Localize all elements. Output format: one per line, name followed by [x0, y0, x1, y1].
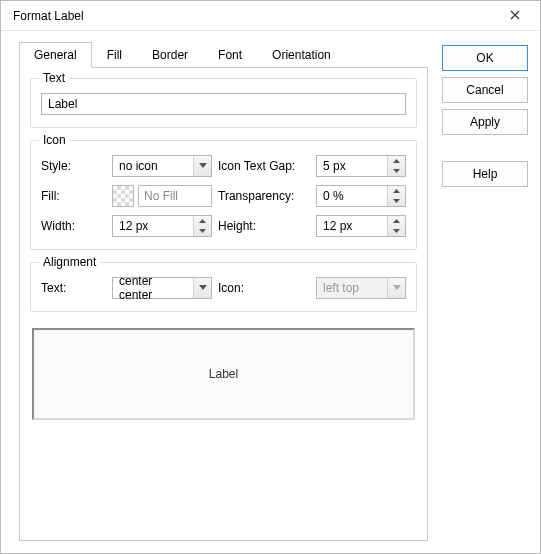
text-input[interactable]: [41, 93, 406, 115]
tab-panel-general: Text Icon Style: no icon Icon Text Gap: …: [19, 68, 428, 541]
close-button[interactable]: [500, 1, 530, 31]
tab-general[interactable]: General: [19, 42, 92, 68]
main-column: General Fill Border Font Orientation Tex…: [13, 41, 428, 541]
fill-display[interactable]: No Fill: [138, 185, 212, 207]
group-text-legend: Text: [39, 71, 69, 85]
align-icon-value: left top: [317, 281, 387, 295]
gap-spinner-value: 5 px: [317, 159, 387, 173]
chevron-down-icon: [193, 278, 211, 298]
chevron-down-icon: [193, 156, 211, 176]
group-text: Text: [30, 78, 417, 128]
apply-button[interactable]: Apply: [442, 109, 528, 135]
tab-border[interactable]: Border: [137, 42, 203, 68]
transparency-spinner[interactable]: 0 %: [316, 185, 406, 207]
gap-spinner[interactable]: 5 px: [316, 155, 406, 177]
fill-swatch[interactable]: [112, 185, 134, 207]
chevron-down-icon: [387, 278, 405, 298]
tab-bar: General Fill Border Font Orientation: [19, 41, 428, 68]
titlebar: Format Label: [1, 1, 540, 31]
spinner-arrows-icon: [387, 186, 405, 206]
width-spinner[interactable]: 12 px: [112, 215, 212, 237]
spinner-arrows-icon: [193, 216, 211, 236]
close-icon: [510, 9, 520, 23]
dialog-title: Format Label: [13, 9, 84, 23]
height-spinner-value: 12 px: [317, 219, 387, 233]
align-icon-combo: left top: [316, 277, 406, 299]
height-spinner[interactable]: 12 px: [316, 215, 406, 237]
width-label: Width:: [41, 219, 106, 233]
help-button[interactable]: Help: [442, 161, 528, 187]
group-icon: Icon Style: no icon Icon Text Gap: 5 px: [30, 140, 417, 250]
style-combo-value: no icon: [113, 159, 193, 173]
side-buttons: OK Cancel Apply Help: [442, 41, 528, 541]
ok-button[interactable]: OK: [442, 45, 528, 71]
preview-text: Label: [209, 367, 238, 381]
tab-font[interactable]: Font: [203, 42, 257, 68]
spinner-arrows-icon: [387, 216, 405, 236]
fill-label: Fill:: [41, 189, 106, 203]
fill-cell: No Fill: [112, 185, 212, 207]
tab-fill[interactable]: Fill: [92, 42, 137, 68]
height-label: Height:: [218, 219, 310, 233]
align-text-value: center center: [113, 274, 193, 302]
style-combo[interactable]: no icon: [112, 155, 212, 177]
width-spinner-value: 12 px: [113, 219, 193, 233]
cancel-button[interactable]: Cancel: [442, 77, 528, 103]
group-icon-legend: Icon: [39, 133, 70, 147]
group-alignment: Alignment Text: center center Icon: left…: [30, 262, 417, 312]
align-text-label: Text:: [41, 281, 106, 295]
gap-label: Icon Text Gap:: [218, 159, 310, 173]
tab-orientation[interactable]: Orientation: [257, 42, 346, 68]
spinner-arrows-icon: [387, 156, 405, 176]
style-label: Style:: [41, 159, 106, 173]
align-text-combo[interactable]: center center: [112, 277, 212, 299]
dialog-body: General Fill Border Font Orientation Tex…: [1, 31, 540, 553]
preview-area: Label: [32, 328, 415, 420]
transparency-spinner-value: 0 %: [317, 189, 387, 203]
dialog-window: Format Label General Fill Border Font Or…: [0, 0, 541, 554]
transparency-label: Transparency:: [218, 189, 310, 203]
group-alignment-legend: Alignment: [39, 255, 100, 269]
align-icon-label: Icon:: [218, 281, 310, 295]
